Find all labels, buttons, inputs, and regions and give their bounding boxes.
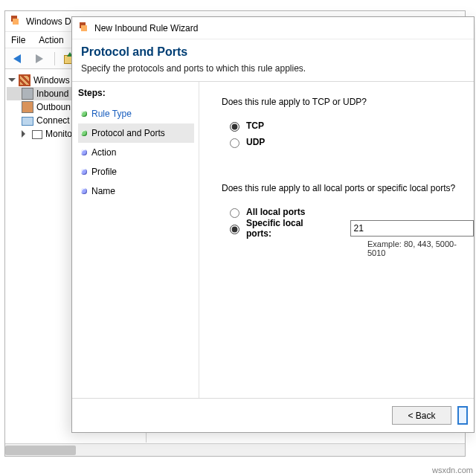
step-profile[interactable]: Profile: [78, 162, 194, 181]
back-button[interactable]: < Back: [392, 406, 451, 425]
firewall-app-icon: [10, 16, 22, 28]
radio-all-local-ports-label: All local ports: [246, 207, 305, 217]
menu-file[interactable]: File: [11, 35, 25, 45]
arrow-left-icon: [13, 54, 21, 63]
specific-ports-input[interactable]: [350, 220, 474, 237]
step-bullet-icon: [81, 149, 87, 155]
step-rule-type[interactable]: Rule Type: [78, 104, 194, 123]
radio-specific-local-ports-label: Specific local ports:: [246, 218, 329, 239]
wizard-button-row: < Back: [72, 398, 474, 432]
radio-tcp-label: TCP: [246, 120, 264, 131]
step-name-label: Name: [91, 186, 115, 196]
step-name[interactable]: Name: [78, 181, 194, 201]
new-inbound-rule-wizard: New Inbound Rule Wizard Protocol and Por…: [71, 16, 475, 433]
ports-question: Does this rule apply to all local ports …: [222, 183, 474, 193]
port-example-text: Example: 80, 443, 5000-5010: [367, 239, 474, 257]
step-bullet-icon: [81, 188, 87, 194]
step-protocol-ports[interactable]: Protocol and Ports: [78, 123, 194, 143]
inbound-rule-icon: [22, 88, 33, 100]
step-action[interactable]: Action: [78, 143, 194, 162]
ports-section: Does this rule apply to all local ports …: [222, 183, 474, 257]
radio-row-tcp: TCP: [226, 118, 474, 134]
wizard-titlebar: New Inbound Rule Wizard: [72, 17, 474, 39]
monitoring-icon: [32, 130, 42, 139]
wizard-header: Protocol and Ports Specify the protocols…: [72, 39, 474, 81]
nav-back-button[interactable]: [8, 51, 26, 67]
firewall-app-icon: [78, 22, 90, 34]
protocol-question: Does this rule apply to TCP or UDP?: [222, 97, 474, 107]
tree-inbound-label: Inbound: [36, 89, 68, 99]
step-bullet-icon: [81, 111, 87, 117]
nav-forward-button[interactable]: [30, 51, 48, 67]
tree-outbound-label: Outboun: [36, 102, 71, 112]
wizard-steps-panel: Steps: Rule Type Protocol and Ports Acti…: [72, 82, 199, 398]
expand-toggle-icon[interactable]: [8, 77, 16, 84]
radio-specific-local-ports[interactable]: [230, 225, 239, 234]
radio-tcp[interactable]: [230, 122, 239, 132]
firewall-root-icon: [19, 74, 30, 86]
wizard-window-title: New Inbound Rule Wizard: [94, 23, 198, 33]
radio-all-local-ports[interactable]: [230, 208, 239, 218]
step-rule-type-label[interactable]: Rule Type: [91, 109, 132, 119]
watermark-text: wsxdn.com: [432, 466, 473, 475]
connection-icon: [22, 117, 33, 126]
step-bullet-icon: [81, 169, 87, 175]
radio-row-specific-ports: Specific local ports:: [226, 220, 474, 237]
toolbar-separator: [54, 52, 55, 65]
wizard-description: Specify the protocols and ports to which…: [81, 63, 465, 74]
step-action-label: Action: [91, 147, 116, 158]
radio-udp[interactable]: [230, 138, 239, 148]
radio-udp-label: UDP: [246, 137, 265, 147]
radio-row-udp: UDP: [226, 134, 474, 150]
arrow-right-icon: [36, 54, 43, 63]
wizard-heading: Protocol and Ports: [81, 45, 465, 59]
steps-header: Steps:: [78, 88, 194, 98]
scrollbar-thumb[interactable]: [5, 446, 76, 455]
tree-horizontal-scrollbar[interactable]: [5, 443, 465, 456]
wizard-body: Steps: Rule Type Protocol and Ports Acti…: [72, 81, 474, 398]
outbound-rule-icon: [22, 101, 33, 113]
expand-toggle-icon[interactable]: [22, 130, 29, 138]
tree-connection-label: Connect: [36, 115, 70, 126]
menu-action[interactable]: Action: [39, 35, 63, 45]
step-profile-label: Profile: [91, 167, 117, 177]
step-protocol-ports-label: Protocol and Ports: [91, 128, 165, 138]
next-button[interactable]: [457, 406, 468, 425]
step-bullet-icon: [81, 130, 87, 136]
wizard-content-panel: Does this rule apply to TCP or UDP? TCP …: [199, 82, 474, 398]
